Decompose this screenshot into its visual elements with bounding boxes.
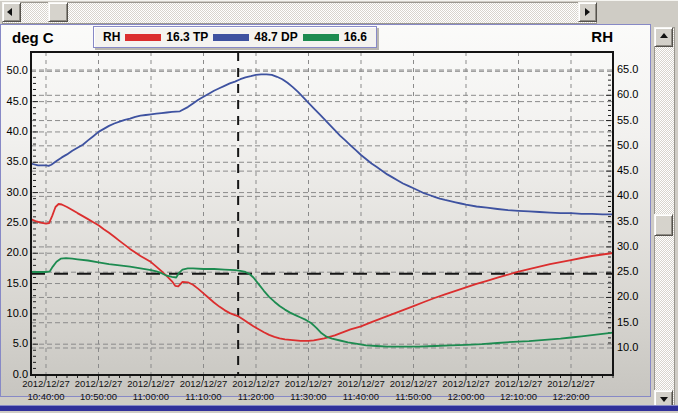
series-dp-line: [31, 258, 613, 347]
left-axis-tick-label: 40.0: [2, 125, 28, 137]
left-axis-tick-label: 25.0: [2, 216, 28, 228]
scroll-up-icon: [660, 33, 668, 38]
x-axis-time-label: 11:40:00: [332, 391, 390, 402]
right-axis-tick-label: 65.0: [617, 63, 649, 75]
right-axis-tick-label: 30.0: [617, 240, 649, 252]
x-axis-time-label: 12:20:00: [542, 391, 600, 402]
x-axis-time-label: 10:50:00: [70, 391, 128, 402]
right-axis-tick-label: 45.0: [617, 164, 649, 176]
tp-color-swatch: [213, 34, 249, 41]
plot-border: [31, 52, 613, 375]
x-axis-date-label: 2012/12/27: [542, 378, 600, 389]
legend-box: RH 16.3 TP 48.7 DP 16.6: [93, 26, 377, 48]
x-axis-time-label: 12:00:00: [437, 391, 495, 402]
x-axis-time-label: 11:10:00: [175, 391, 233, 402]
chart-plot-area[interactable]: [0, 0, 678, 413]
left-axis-tick-label: 15.0: [2, 277, 28, 289]
x-axis-date-label: 2012/12/27: [70, 378, 128, 389]
left-axis-tick-label: 20.0: [2, 246, 28, 258]
x-axis-time-label: 12:10:00: [490, 391, 548, 402]
x-axis-date-label: 2012/12/27: [490, 378, 548, 389]
right-axis-tick-label: 50.0: [617, 139, 649, 151]
right-axis-tick-label: 60.0: [617, 88, 649, 100]
x-axis-date-label: 2012/12/27: [385, 378, 443, 389]
x-axis-time-label: 10:40:00: [17, 391, 75, 402]
right-axis-tick-label: 40.0: [617, 189, 649, 201]
legend-item-tp[interactable]: TP 48.7: [193, 30, 278, 44]
right-axis-tick-label: 25.0: [617, 265, 649, 277]
window-bottom-edge: [0, 405, 678, 411]
legend-label-dp: DP: [281, 30, 298, 44]
right-axis-tick-label: 55.0: [617, 114, 649, 126]
x-axis-date-label: 2012/12/27: [227, 378, 285, 389]
left-axis-tick-label: 45.0: [2, 95, 28, 107]
left-axis-title: deg C: [12, 29, 54, 46]
x-axis-date-label: 2012/12/27: [437, 378, 495, 389]
graph-viewer-window: deg C RH RH 16.3 TP 48.7 DP 16.6 50.045.…: [0, 0, 678, 413]
left-axis-tick-label: 35.0: [2, 155, 28, 167]
x-axis-time-label: 11:00:00: [122, 391, 180, 402]
x-axis-date-label: 2012/12/27: [332, 378, 390, 389]
x-axis-date-label: 2012/12/27: [280, 378, 338, 389]
legend-value-rh: 16.3: [166, 30, 189, 44]
legend-item-dp[interactable]: DP 16.6: [281, 30, 367, 44]
x-axis-date-label: 2012/12/27: [122, 378, 180, 389]
right-axis-title: RH: [588, 28, 613, 45]
x-axis-date-label: 2012/12/27: [175, 378, 233, 389]
right-axis-tick-label: 10.0: [617, 341, 649, 353]
vertical-scrollbar[interactable]: [654, 27, 675, 410]
legend-value-tp: 48.7: [254, 30, 277, 44]
scroll-up-button[interactable]: [654, 27, 673, 47]
left-axis-tick-label: 30.0: [2, 186, 28, 198]
left-axis-tick-label: 10.0: [2, 307, 28, 319]
legend-value-dp: 16.6: [344, 30, 367, 44]
legend-item-rh[interactable]: RH 16.3: [103, 30, 190, 44]
left-axis-tick-label: 5.0: [2, 337, 28, 349]
rh-color-swatch: [125, 34, 161, 41]
x-axis-time-label: 11:50:00: [385, 391, 443, 402]
legend-label-tp: TP: [193, 30, 208, 44]
vertical-scroll-thumb[interactable]: [654, 214, 673, 236]
scroll-down-icon: [660, 397, 668, 402]
dp-color-swatch: [303, 34, 339, 41]
x-axis-time-label: 11:30:00: [280, 391, 338, 402]
legend-label-rh: RH: [103, 30, 120, 44]
right-axis-tick-label: 15.0: [617, 316, 649, 328]
right-axis-tick-label: 20.0: [617, 290, 649, 302]
left-axis-tick-label: 50.0: [2, 64, 28, 76]
x-axis-time-label: 11:20:00: [227, 391, 285, 402]
right-axis-tick-label: 35.0: [617, 215, 649, 227]
x-axis-date-label: 2012/12/27: [17, 378, 75, 389]
